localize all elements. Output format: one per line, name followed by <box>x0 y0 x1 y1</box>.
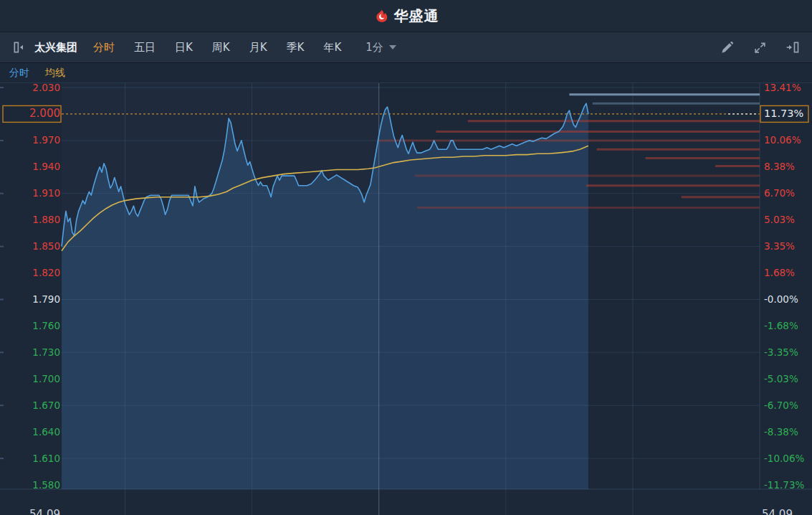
period-tabs: 分时 五日 日K 周K 月K 季K 年K <box>93 41 341 55</box>
interval-label: 1分 <box>366 41 383 55</box>
price-axis-label: 1.880 <box>32 214 60 225</box>
price-axis-label: 1.640 <box>32 426 60 438</box>
percent-axis-label: 10.06% <box>764 134 801 146</box>
percent-axis-label: -10.06% <box>764 453 805 464</box>
price-axis-label: 1.580 <box>32 479 60 491</box>
price-axis-label: 1.760 <box>32 320 60 331</box>
tab-day-k[interactable]: 日K <box>175 41 193 55</box>
minute-chart[interactable]: 2.0302.0001.9701.9401.9101.8801.8501.820… <box>0 83 812 515</box>
price-axis-label: 1.850 <box>32 240 60 252</box>
fullscreen-expand-icon[interactable] <box>750 38 769 57</box>
tab-quarter-k[interactable]: 季K <box>287 41 305 55</box>
volume-axis-label-left: 54.09 <box>29 508 60 515</box>
percent-axis-label: 11.73% <box>764 108 803 119</box>
toolbar-right-icons <box>717 38 802 57</box>
percent-axis-label: -6.70% <box>764 400 798 411</box>
price-axis-label: 1.610 <box>32 453 60 464</box>
tab-year-k[interactable]: 年K <box>323 41 341 55</box>
chart-toolbar: 太兴集团 分时 五日 日K 周K 月K 季K 年K 1分 <box>0 32 812 63</box>
price-axis-label: 2.000 <box>29 107 60 120</box>
price-axis-label: 1.790 <box>32 293 60 305</box>
percent-axis-label: -8.38% <box>764 426 798 438</box>
brand-name: 华盛通 <box>394 6 439 26</box>
subtab-time-line[interactable]: 分时 <box>9 67 29 80</box>
collapse-left-icon[interactable] <box>10 38 29 57</box>
tab-month-k[interactable]: 月K <box>249 41 267 55</box>
tab-week-k[interactable]: 周K <box>212 41 230 55</box>
chevron-down-icon <box>389 45 396 49</box>
percent-axis-label: 3.35% <box>764 240 795 252</box>
percent-axis-label: 5.03% <box>764 214 795 225</box>
overlay-tabs: 分时 均线 <box>0 63 812 83</box>
percent-axis-label: -5.03% <box>764 373 798 384</box>
percent-axis-label: 6.70% <box>764 187 795 199</box>
percent-axis-label: 1.68% <box>764 267 795 278</box>
percent-axis-label: 13.41% <box>764 83 801 93</box>
percent-axis-label: -3.35% <box>764 346 798 358</box>
percent-axis-label: -11.73% <box>764 479 805 491</box>
edit-pencil-icon[interactable] <box>717 38 736 57</box>
subtab-ma-line[interactable]: 均线 <box>45 67 65 80</box>
price-axis-label: 1.820 <box>32 267 60 278</box>
price-axis-label: 1.700 <box>32 373 60 384</box>
interval-dropdown[interactable]: 1分 <box>366 41 396 55</box>
price-axis-label: 1.940 <box>32 161 60 172</box>
percent-axis-label: -0.00% <box>764 293 798 305</box>
percent-axis-label: 8.38% <box>764 161 795 172</box>
tab-minute[interactable]: 分时 <box>93 41 115 55</box>
top-brand-bar: 华盛通 <box>0 0 812 32</box>
percent-axis-label: -1.68% <box>764 320 798 331</box>
price-axis-label: 1.730 <box>32 346 60 358</box>
stock-name: 太兴集团 <box>34 41 77 55</box>
collapse-right-icon[interactable] <box>783 38 802 57</box>
price-axis-label: 1.970 <box>32 134 60 146</box>
volume-axis-label-right: 54.09 <box>762 508 793 515</box>
tab-5day[interactable]: 五日 <box>134 41 156 55</box>
brand-flame-icon <box>373 8 389 24</box>
huasheng-app: { "app": { "brand": "华盛通" }, "toolbar": … <box>0 0 812 515</box>
price-axis-label: 1.670 <box>32 400 60 411</box>
price-axis-label: 2.030 <box>32 83 60 93</box>
price-axis-label: 1.910 <box>32 187 60 199</box>
